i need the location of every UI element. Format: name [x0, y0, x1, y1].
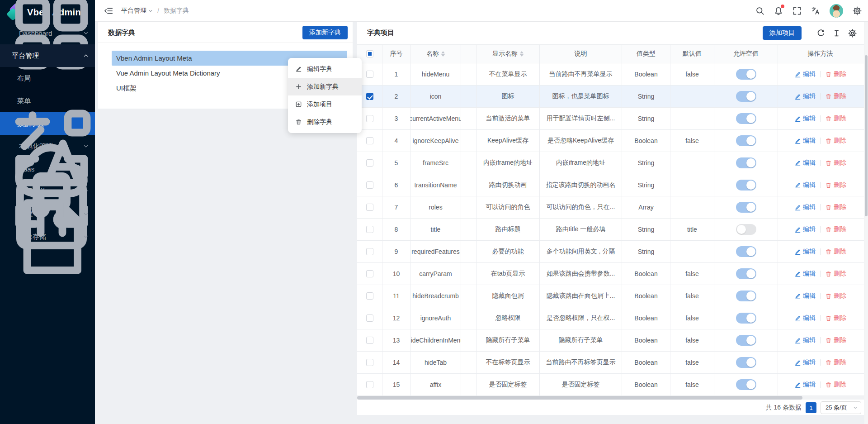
edit-button[interactable]: 编辑: [794, 292, 816, 300]
delete-button[interactable]: 删除: [825, 314, 846, 322]
translate-icon[interactable]: [811, 6, 820, 15]
allow-null-toggle[interactable]: [736, 69, 756, 80]
delete-button[interactable]: 删除: [825, 137, 846, 145]
row-checkbox[interactable]: [366, 159, 373, 167]
edit-button[interactable]: 编辑: [794, 381, 816, 389]
edit-button[interactable]: 编辑: [794, 70, 816, 78]
allow-null-toggle[interactable]: [736, 135, 756, 146]
row-checkbox[interactable]: [366, 292, 373, 300]
table-cell: 指定该路由切换的动画名: [540, 174, 622, 196]
row-height-icon[interactable]: [832, 29, 841, 38]
search-icon[interactable]: [755, 6, 764, 15]
allow-null-toggle[interactable]: [736, 246, 756, 257]
delete-button[interactable]: 删除: [825, 336, 846, 344]
vertical-scrollbar[interactable]: [864, 22, 868, 424]
row-checkbox[interactable]: [366, 71, 373, 78]
allow-null-toggle[interactable]: [736, 379, 756, 390]
allow-null-toggle[interactable]: [736, 357, 756, 368]
allow-null-toggle[interactable]: [736, 313, 756, 324]
delete-button[interactable]: 删除: [825, 92, 846, 100]
delete-button[interactable]: 删除: [825, 270, 846, 278]
sidebar-item-对象存储[interactable]: 对象存储: [0, 225, 95, 248]
context-menu-item-添加新字典[interactable]: 添加新字典: [288, 78, 362, 95]
select-all-checkbox[interactable]: [366, 50, 373, 57]
horizontal-scrollbar-thumb[interactable]: [357, 396, 802, 400]
row-checkbox[interactable]: [366, 226, 373, 233]
allow-null-toggle[interactable]: [736, 91, 756, 102]
row-checkbox[interactable]: [366, 381, 373, 388]
delete-button[interactable]: 删除: [825, 358, 846, 367]
row-checkbox[interactable]: [366, 204, 373, 211]
allow-null-toggle[interactable]: [736, 335, 756, 346]
delete-button[interactable]: 删除: [825, 159, 846, 167]
row-checkbox[interactable]: [366, 337, 373, 344]
allow-null-toggle[interactable]: [736, 291, 756, 301]
edit-button[interactable]: 编辑: [794, 225, 816, 233]
settings-icon[interactable]: [848, 29, 857, 38]
edit-button[interactable]: 编辑: [794, 92, 816, 100]
sidebar-item-平台管理[interactable]: 平台管理: [0, 44, 95, 67]
delete-button[interactable]: 删除: [825, 381, 846, 389]
sidebar-item-布局[interactable]: 布局: [0, 67, 95, 90]
sort-ascending-icon[interactable]: [441, 51, 445, 53]
edit-button[interactable]: 编辑: [794, 358, 816, 367]
menu-fold-icon[interactable]: [104, 6, 113, 15]
horizontal-scrollbar[interactable]: [357, 396, 864, 400]
sort-icon[interactable]: [520, 51, 524, 57]
sidebar-item-Dashboard[interactable]: Dashboard: [0, 22, 95, 44]
row-checkbox[interactable]: [366, 181, 373, 189]
edit-button[interactable]: 编辑: [794, 336, 816, 344]
trash-icon: [825, 381, 832, 388]
edit-button[interactable]: 编辑: [794, 114, 816, 123]
delete-button[interactable]: 删除: [825, 203, 846, 211]
delete-button[interactable]: 删除: [825, 181, 846, 189]
vertical-scrollbar-thumb[interactable]: [865, 55, 868, 216]
page-size-select[interactable]: 25 条/页: [821, 401, 861, 414]
delete-button[interactable]: 删除: [825, 225, 846, 233]
sort-descending-icon[interactable]: [520, 54, 524, 57]
row-checkbox[interactable]: [366, 270, 373, 277]
add-dictionary-button[interactable]: 添加新字典: [302, 26, 348, 39]
context-menu-item-编辑字典[interactable]: 编辑字典: [288, 60, 362, 78]
context-menu-item-添加项目[interactable]: 添加项目: [288, 95, 362, 113]
table-cell: Array: [622, 196, 670, 218]
refresh-icon[interactable]: [816, 29, 825, 38]
edit-button[interactable]: 编辑: [794, 270, 816, 278]
table-cell: [714, 130, 778, 152]
fullscreen-icon[interactable]: [793, 6, 802, 15]
edit-button[interactable]: 编辑: [794, 314, 816, 322]
row-checkbox[interactable]: [366, 137, 373, 144]
delete-button[interactable]: 删除: [825, 248, 846, 256]
edit-button[interactable]: 编辑: [794, 181, 816, 189]
delete-button[interactable]: 删除: [825, 70, 846, 78]
row-checkbox[interactable]: [366, 93, 373, 100]
edit-button[interactable]: 编辑: [794, 137, 816, 145]
sort-icon[interactable]: [441, 51, 445, 57]
allow-null-toggle[interactable]: [736, 224, 756, 235]
edit-button[interactable]: 编辑: [794, 203, 816, 211]
settings-icon[interactable]: [853, 6, 862, 15]
row-checkbox[interactable]: [366, 359, 373, 366]
allow-null-toggle[interactable]: [736, 157, 756, 168]
context-menu-item-删除字典[interactable]: 删除字典: [288, 113, 362, 131]
sort-ascending-icon[interactable]: [520, 51, 524, 53]
delete-button[interactable]: 删除: [825, 292, 846, 300]
column-header-label: 说明: [575, 50, 587, 58]
bell-icon[interactable]: [774, 6, 783, 15]
breadcrumb-platform[interactable]: 平台管理: [121, 7, 153, 15]
row-checkbox[interactable]: [366, 314, 373, 322]
page-number-button[interactable]: 1: [806, 402, 816, 413]
table-cell: false: [670, 307, 714, 329]
avatar[interactable]: [830, 4, 843, 18]
delete-button[interactable]: 删除: [825, 114, 846, 123]
edit-button[interactable]: 编辑: [794, 248, 816, 256]
allow-null-toggle[interactable]: [736, 180, 756, 191]
row-checkbox[interactable]: [366, 248, 373, 255]
edit-button[interactable]: 编辑: [794, 159, 816, 167]
allow-null-toggle[interactable]: [736, 202, 756, 213]
row-checkbox[interactable]: [366, 115, 373, 122]
allow-null-toggle[interactable]: [736, 268, 756, 279]
sort-descending-icon[interactable]: [441, 54, 445, 57]
add-item-button[interactable]: 添加项目: [763, 26, 802, 40]
allow-null-toggle[interactable]: [736, 113, 756, 124]
